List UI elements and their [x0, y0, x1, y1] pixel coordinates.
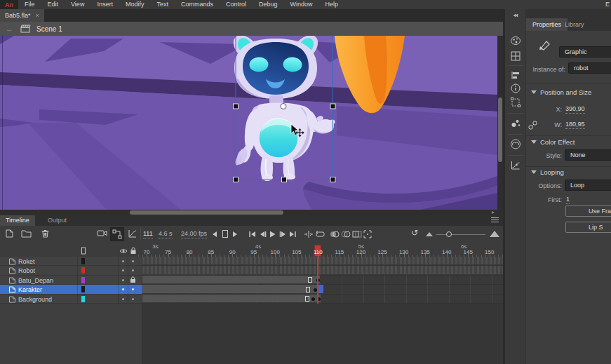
- layer-color-swatch[interactable]: [81, 277, 85, 283]
- layer-visibility-dot[interactable]: [122, 269, 124, 271]
- tab-timeline[interactable]: Timeline: [0, 215, 35, 226]
- layer-frames-background[interactable]: [142, 295, 503, 304]
- layer-visibility-dot[interactable]: [122, 288, 124, 290]
- layer-lock-dot[interactable]: [132, 260, 134, 262]
- tab-library[interactable]: Library: [558, 18, 591, 31]
- use-frame-picker-button[interactable]: Use Fra: [565, 205, 611, 217]
- graph-editor-icon[interactable]: [128, 229, 137, 238]
- current-frame-icon[interactable]: [222, 230, 228, 238]
- frame-rate-field[interactable]: 24.00 fps: [181, 230, 207, 238]
- layer-color-swatch[interactable]: [81, 296, 85, 302]
- loop-playback-icon[interactable]: [316, 230, 325, 238]
- app-logo[interactable]: An: [0, 0, 18, 9]
- layer-frames-roket[interactable]: [142, 257, 503, 266]
- show-parenting-button[interactable]: [110, 227, 124, 241]
- new-layer-icon[interactable]: [4, 229, 14, 238]
- motion-editor-icon[interactable]: [510, 161, 521, 170]
- horizontal-scrollbar-thumb[interactable]: [130, 210, 283, 215]
- panel-menu-icon[interactable]: [491, 217, 499, 224]
- edit-multiple-frames-icon[interactable]: [352, 230, 362, 238]
- menu-help[interactable]: Help: [319, 0, 345, 9]
- looping-header[interactable]: Looping: [540, 168, 564, 176]
- scene-name[interactable]: Scene 1: [36, 25, 62, 33]
- timeline-zoom-handle[interactable]: [446, 231, 452, 237]
- layer-row-robot[interactable]: Robot: [0, 266, 142, 275]
- layer-lock-dot[interactable]: [132, 288, 134, 290]
- step-back-icon[interactable]: [213, 231, 217, 237]
- menu-edit[interactable]: Edit: [41, 0, 65, 9]
- camera-icon[interactable]: [97, 229, 108, 238]
- timeline-ruler[interactable]: 3s4s5s6s70758085909510010511011512012513…: [0, 243, 503, 257]
- creative-cloud-icon[interactable]: [510, 139, 521, 149]
- tab-output[interactable]: Output: [42, 215, 72, 226]
- stage-canvas[interactable]: [0, 36, 497, 210]
- menu-insert[interactable]: Insert: [90, 0, 119, 9]
- close-icon[interactable]: ×: [36, 12, 39, 19]
- layer-lock-dot[interactable]: [132, 298, 134, 300]
- layer-row-batu_depan[interactable]: Batu_Depan: [0, 276, 142, 285]
- reset-timeline-zoom-icon[interactable]: ↺: [411, 228, 418, 238]
- previous-frame-icon[interactable]: [259, 231, 267, 238]
- layer-color-swatch[interactable]: [81, 258, 85, 264]
- vertical-scrollbar[interactable]: [497, 36, 503, 210]
- layer-color-swatch[interactable]: [81, 286, 85, 292]
- menu-text[interactable]: Text: [150, 0, 175, 9]
- instance-name-field[interactable]: robot: [568, 62, 611, 74]
- first-value[interactable]: 1: [566, 196, 570, 204]
- workspace-button[interactable]: E: [605, 0, 611, 9]
- menu-file[interactable]: File: [18, 0, 41, 9]
- step-forward-icon[interactable]: [233, 231, 237, 237]
- horizontal-scrollbar[interactable]: ▸: [0, 210, 503, 215]
- align-icon[interactable]: [511, 71, 521, 80]
- position-section-chevron[interactable]: [531, 90, 537, 94]
- info-icon[interactable]: [511, 83, 521, 93]
- color-section-chevron[interactable]: [531, 140, 537, 144]
- x-value[interactable]: 390,90: [565, 105, 585, 114]
- looping-section-chevron[interactable]: [531, 170, 537, 174]
- layer-visibility-dot[interactable]: [122, 298, 124, 300]
- scroll-right-icon[interactable]: ▸: [492, 210, 495, 215]
- zoom-in-frames-icon[interactable]: [490, 231, 499, 237]
- collapse-panels-icon[interactable]: [512, 13, 518, 18]
- menu-commands[interactable]: Commands: [175, 0, 220, 9]
- layer-visibility-dot[interactable]: [122, 260, 124, 262]
- layer-color-swatch[interactable]: [81, 267, 85, 274]
- delete-layer-icon[interactable]: [41, 229, 50, 238]
- layer-lock-dot[interactable]: [132, 269, 134, 271]
- menu-debug[interactable]: Debug: [253, 0, 284, 9]
- menu-window[interactable]: Window: [284, 0, 319, 9]
- transform-icon[interactable]: [511, 97, 521, 107]
- swatches-icon[interactable]: [511, 51, 521, 61]
- new-folder-icon[interactable]: [21, 229, 32, 238]
- next-frame-icon[interactable]: [279, 231, 287, 238]
- menu-control[interactable]: Control: [220, 0, 253, 9]
- layer-frames-batu_depan[interactable]: [142, 276, 503, 285]
- assets-icon[interactable]: [510, 36, 521, 46]
- zoom-out-frames-icon[interactable]: [426, 232, 433, 236]
- center-playhead-icon[interactable]: [304, 231, 313, 238]
- back-arrow-icon[interactable]: ←: [6, 25, 13, 33]
- modify-markers-icon[interactable]: [363, 230, 372, 238]
- timeline-zoom-slider[interactable]: [436, 234, 485, 235]
- vertical-scrollbar-thumb[interactable]: [498, 97, 502, 162]
- document-tab[interactable]: Bab5.fla* ×: [0, 9, 44, 22]
- position-section-header[interactable]: Position and Size: [540, 88, 591, 96]
- color-effect-header[interactable]: Color Effect: [540, 138, 575, 146]
- w-value[interactable]: 180,95: [565, 121, 585, 129]
- onion-skin-outlines-icon[interactable]: [341, 230, 351, 238]
- layer-row-karakter[interactable]: Karakter: [0, 285, 142, 294]
- options-dropdown[interactable]: Loop: [565, 180, 611, 191]
- go-to-last-frame-icon[interactable]: [289, 231, 297, 238]
- layer-visibility-dot[interactable]: [122, 279, 124, 281]
- playhead-line[interactable]: [317, 257, 318, 304]
- symbol-type-dropdown[interactable]: Graphic: [559, 46, 611, 58]
- onion-skin-icon[interactable]: [330, 230, 340, 238]
- menu-modify[interactable]: Modify: [119, 0, 151, 9]
- particles-icon[interactable]: [510, 118, 521, 128]
- current-frame-field[interactable]: 111: [143, 230, 153, 238]
- layer-row-background[interactable]: Background: [0, 295, 142, 304]
- menu-view[interactable]: View: [65, 0, 90, 9]
- play-icon[interactable]: [269, 231, 276, 238]
- layer-lock-icon[interactable]: [130, 276, 136, 283]
- style-dropdown[interactable]: None: [565, 149, 611, 161]
